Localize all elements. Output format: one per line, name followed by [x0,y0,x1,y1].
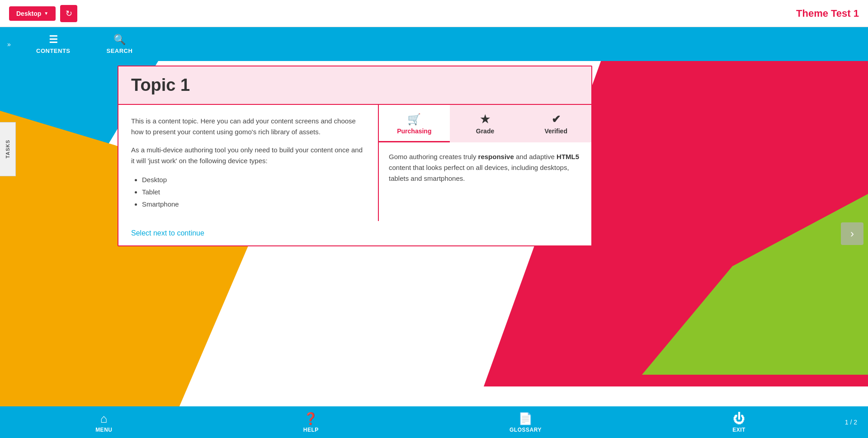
list-item: Smartphone [142,198,365,210]
tab-content-area: Gomo authoring creates truly responsive … [379,142,591,221]
menu-label: MENU [95,427,112,433]
tab-purchasing[interactable]: 🛒 Purchasing [379,105,450,142]
bottom-exit[interactable]: ⏻ EXIT [732,412,745,433]
topic-right-panel: 🛒 Purchasing ★ Grade ✔ Verified Gomo aut… [379,105,591,221]
home-icon: ⌂ [100,412,108,426]
device-list: Desktop Tablet Smartphone [142,174,365,210]
tab-content-text: Gomo authoring creates truly responsive … [389,151,581,184]
theme-title: Theme Test 1 [796,8,859,19]
desktop-label: Desktop [16,10,41,17]
exit-label: EXIT [732,427,745,433]
bottom-menu[interactable]: ⌂ MENU [95,412,112,433]
topic-footer: Select next to continue [118,221,591,245]
help-icon: ❓ [303,412,318,426]
topic-left-panel: This is a content topic. Here you can ad… [118,105,379,221]
search-label: SEARCH [107,47,133,54]
bottom-bar: ⌂ MENU ❓ HELP 📄 GLOSSARY ⏻ EXIT 1 / 2 [0,406,868,438]
cart-icon: 🛒 [407,113,421,126]
help-label: HELP [303,427,319,433]
nav-items: ☰ CONTENTS 🔍 SEARCH [18,27,868,61]
collapse-icon: » [7,41,11,48]
list-item: Desktop [142,174,365,186]
nav-collapse-button[interactable]: » [0,27,18,61]
nav-contents[interactable]: ☰ CONTENTS [18,27,89,61]
grade-label: Grade [476,127,494,135]
tabs-row: 🛒 Purchasing ★ Grade ✔ Verified [379,105,591,142]
left-para1: This is a content topic. Here you can ad… [131,116,365,137]
exit-icon: ⏻ [733,412,745,426]
chevron-right-icon: › [850,227,854,240]
bottom-nav-items: ⌂ MENU ❓ HELP 📄 GLOSSARY ⏻ EXIT [0,412,841,433]
bottom-glossary[interactable]: 📄 GLOSSARY [509,412,542,433]
select-next-link[interactable]: Select next to continue [131,229,204,237]
refresh-button[interactable]: ↻ [60,5,77,22]
topic-card: Topic 1 This is a content topic. Here yo… [118,66,592,246]
toolbar-left: Desktop ▼ ↻ [9,5,77,22]
nav-search[interactable]: 🔍 SEARCH [89,27,151,61]
chevron-down-icon: ▼ [44,11,48,16]
tab-verified[interactable]: ✔ Verified [520,105,591,142]
page-indicator: 1 / 2 [841,419,868,426]
left-para2: As a multi-device authoring tool you onl… [131,145,365,166]
nav-bar: » ☰ CONTENTS 🔍 SEARCH [0,27,868,61]
verified-icon: ✔ [552,113,561,126]
verified-label: Verified [544,127,567,135]
list-item: Tablet [142,186,365,198]
bottom-help[interactable]: ❓ HELP [303,412,319,433]
tasks-label: TASKS [5,140,10,158]
topic-body: This is a content topic. Here you can ad… [118,105,591,221]
topic-title: Topic 1 [131,75,579,95]
contents-label: CONTENTS [36,47,71,54]
main-area: TASKS Topic 1 This is a content topic. H… [0,61,868,406]
refresh-icon: ↻ [66,9,72,19]
star-icon: ★ [480,113,490,126]
glossary-label: GLOSSARY [509,427,542,433]
topic-header: Topic 1 [118,66,591,105]
tab-grade[interactable]: ★ Grade [450,105,521,142]
hamburger-icon: ☰ [49,34,58,46]
desktop-button[interactable]: Desktop ▼ [9,6,56,21]
glossary-icon: 📄 [518,412,533,426]
top-toolbar: Desktop ▼ ↻ Theme Test 1 [0,0,868,27]
purchasing-label: Purchasing [397,127,431,135]
search-icon: 🔍 [113,34,126,46]
tasks-sidebar[interactable]: TASKS [0,122,16,176]
next-arrow-button[interactable]: › [841,222,863,245]
